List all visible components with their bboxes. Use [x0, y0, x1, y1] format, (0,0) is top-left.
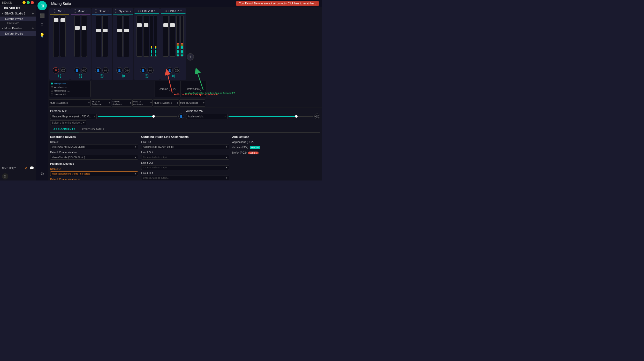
link2in-fader-2[interactable] [143, 15, 149, 57]
mute-row: Mute to Audience▾ Mute to Audience▾ Mute… [48, 98, 322, 108]
mic-link-icon[interactable]: ⛓ [58, 74, 61, 78]
sidebar-item-default-profile[interactable]: Default Profile [0, 17, 36, 21]
link2in-link-icon[interactable]: ⛓ [145, 74, 149, 78]
applications-pc2-label: Applications (PC2) [232, 141, 320, 144]
display-nav-btn[interactable]: ⬛ [37, 11, 47, 20]
channel-name-game[interactable]: Game [99, 10, 107, 13]
source-radio-mic-2[interactable] [51, 86, 53, 88]
source-item-mic-2[interactable]: VoiceMeeter Output (... [50, 86, 89, 89]
link4-out-select[interactable]: Choose Audio to output... ▾ [141, 176, 229, 180]
channel-name-mic[interactable]: Mic [58, 10, 62, 13]
link3in-link-icon[interactable]: ⛓ [171, 74, 175, 78]
mic-fader-1[interactable] [53, 16, 59, 57]
mic-mute-btn[interactable]: 🎙 [53, 67, 59, 73]
personal-mix-listening-select[interactable]: Select a listening device... ▾ [50, 120, 86, 125]
system-fader-2[interactable] [124, 16, 129, 57]
source-radio-mic-1[interactable] [51, 82, 53, 85]
recording-devices-title: Recording Devices [50, 135, 138, 138]
link3in-mute-btn[interactable]: 👤 [166, 67, 173, 73]
mixing-suite-nav-btn[interactable]: ⊞ [37, 1, 47, 10]
tab-assignments[interactable]: ASSIGNMENTS [50, 127, 79, 132]
link3in-dropdown-icon[interactable]: ▾ [180, 10, 182, 12]
channel-name-music[interactable]: Music [78, 10, 85, 13]
music-monitor-btn[interactable]: ((·)) [81, 67, 87, 73]
link2in-source-label: chrome (PC2) [160, 88, 176, 91]
add-mixer-profile-btn[interactable]: + [32, 26, 34, 30]
audience-mix-speaker-btn[interactable]: ((·)) [314, 114, 320, 119]
sidebar-item-mixer-default[interactable]: Default Profile [0, 31, 36, 36]
link2in-dropdown-icon[interactable]: ▾ [154, 10, 155, 12]
system-fader-1[interactable] [117, 16, 123, 57]
mic-nav-btn[interactable]: 🎙 [37, 21, 47, 30]
personal-mix-device-select[interactable]: Headset Earphone (Astro A50 Vo... ▾ [50, 114, 97, 119]
music-fader-2[interactable] [81, 16, 87, 57]
maximize-btn[interactable] [27, 1, 30, 4]
link-out-select[interactable]: Audience Mix (BEACN Studio) ▾ [141, 145, 229, 149]
music-mute-btn[interactable]: 👤 [74, 67, 80, 73]
channel-name-system[interactable]: System [119, 10, 128, 13]
add-studio-profile-btn[interactable]: + [32, 11, 34, 16]
game-fader-1[interactable] [96, 16, 101, 57]
game-mute-btn[interactable]: 👤 [95, 67, 101, 73]
mixer-profiles-item[interactable]: ▾ Mixer Profiles + [0, 25, 36, 31]
game-monitor-btn[interactable]: ((·)) [102, 67, 109, 73]
link2-out-label: Link 2 Out [141, 151, 229, 154]
music-mute-select[interactable]: Mute to Audience▾ [91, 99, 111, 107]
system-mute-btn[interactable]: 👤 [116, 67, 123, 73]
system-monitor-btn[interactable]: ((·)) [124, 67, 130, 73]
source-radio-mic-3[interactable] [51, 90, 53, 92]
link2in-mute-btn[interactable]: 👤 [140, 67, 146, 73]
source-item-mic-3[interactable]: Microphone (2- Razer ... [50, 89, 89, 92]
settings-nav-btn[interactable]: ⚙ [37, 169, 47, 178]
recording-comm-select[interactable]: Voice Chat Mic (BEACN Studio) ▾ [50, 155, 138, 160]
channel-link3in: Link 3 In ▾ [160, 8, 186, 80]
sidebar-item-on-device[interactable]: On Device [0, 21, 36, 25]
link3in-fader-1[interactable] [163, 15, 169, 57]
tab-routing-table[interactable]: ROUTING TABLE [79, 127, 108, 132]
link3-out-select[interactable]: Choose Audio to output... ▾ [141, 165, 229, 170]
source-radio-mic-4[interactable] [51, 93, 53, 95]
game-link-icon[interactable]: ⛓ [100, 74, 104, 78]
flame-icon[interactable]: 🕯 [24, 166, 28, 170]
mic-mute-select[interactable]: Mute to Audience▾ [49, 99, 90, 107]
source-item-mic-1[interactable]: Microphone (BEACN S... [50, 82, 89, 85]
discord-icon[interactable]: 💬 [29, 166, 34, 170]
link2-out-select[interactable]: Choose Audio to output... ▾ [141, 155, 229, 160]
link3in-mute-select[interactable]: Mute to Audience▾ [179, 99, 205, 107]
music-dropdown-icon[interactable]: ▾ [86, 10, 88, 12]
add-channel-btn[interactable]: + [187, 53, 194, 61]
close-btn[interactable] [31, 1, 34, 4]
music-link-icon[interactable]: ⛓ [79, 74, 82, 78]
playback-comm-label: Default Communication [50, 178, 138, 180]
game-mute-select[interactable]: Mute to Audience▾ [112, 99, 132, 107]
link2in-mute-select[interactable]: Mute to Audience▾ [153, 99, 179, 107]
recording-default-select[interactable]: Voice Chat Mic (BEACN Studio) ▾ [50, 145, 138, 149]
chevron-icon: ▾ [2, 12, 3, 15]
system-mute-select[interactable]: Mute to Audience▾ [132, 99, 153, 107]
channel-name-link2in[interactable]: Link 2 In [142, 9, 153, 12]
music-fader-1[interactable] [74, 16, 80, 57]
studio-item[interactable]: ▾ BEACN Studio 1 + [0, 10, 36, 17]
channel-name-link3in[interactable]: Link 3 In [169, 9, 179, 12]
link3in-fader-2[interactable] [170, 15, 175, 57]
link3in-monitor-btn[interactable]: ((·)) [174, 67, 180, 73]
lighting-nav-btn[interactable]: 💡 [37, 31, 47, 40]
error-banner[interactable]: Your Default Devices are not set correct… [236, 1, 319, 6]
mic-fader-2[interactable] [60, 16, 66, 57]
outgoing-title: Outgoing Studio Link Assignments [141, 135, 229, 138]
personal-mix-audience-btn[interactable]: 👤 [178, 114, 184, 119]
mic-dropdown-icon[interactable]: ▾ [64, 10, 65, 12]
minimize-btn[interactable] [22, 1, 26, 4]
system-link-icon[interactable]: ⛓ [121, 74, 125, 78]
audience-mix-device-select[interactable]: Audience Mix ▾ [186, 114, 228, 119]
playback-default-select[interactable]: Headset Earphone (Astro A50 Voice) ▾ [50, 171, 138, 176]
link2in-monitor-btn[interactable]: ((·)) [147, 67, 154, 73]
mixer-profiles-label: Mixer Profiles [4, 27, 22, 30]
game-dropdown-icon[interactable]: ▾ [108, 10, 109, 12]
settings-gear-btn[interactable]: ⚙ [2, 173, 8, 179]
game-fader-2[interactable] [102, 16, 108, 57]
system-dropdown-icon[interactable]: ▾ [130, 10, 131, 12]
source-item-mic-4[interactable]: Headset Microphone (... [50, 93, 89, 96]
link2in-fader-1[interactable] [137, 15, 142, 57]
mic-monitor-btn[interactable]: ((·)) [60, 67, 66, 73]
